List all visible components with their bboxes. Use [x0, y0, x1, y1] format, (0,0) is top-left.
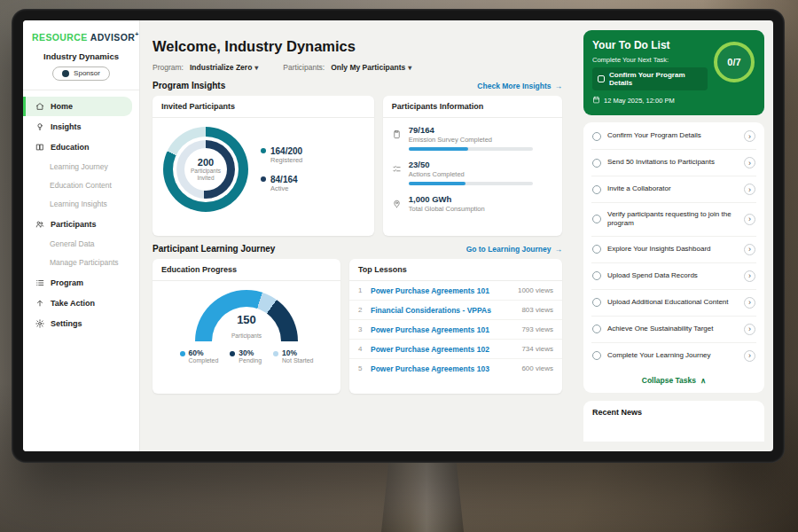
participants-filter-dropdown[interactable]: Only My Participants ▾: [331, 63, 411, 72]
sidebar-item-settings[interactable]: Settings: [23, 314, 132, 333]
todo-progress-value: 0/7: [727, 57, 740, 67]
sidebar-item-program[interactable]: Program: [23, 273, 132, 293]
sidebar-item-label: Home: [51, 102, 73, 111]
sidebar-item-take-action[interactable]: Take Action: [23, 293, 132, 313]
legend-pending: 30% Pending: [230, 349, 262, 364]
page-title: Welcome, Industry Dynamics: [153, 38, 562, 55]
task-row[interactable]: Send 50 Invitations to Participants ›: [591, 150, 756, 176]
lesson-row: 3 Power Purchase Agreements 101 793 view…: [349, 320, 562, 340]
sidebar-item-education-content[interactable]: Education Content: [23, 176, 139, 195]
gear-icon: [35, 319, 44, 328]
light-dot-icon: [273, 351, 278, 356]
sidebar-item-learning-insights[interactable]: Learning Insights: [23, 195, 139, 214]
task-row[interactable]: Achieve One Sustainability Target ›: [591, 317, 756, 343]
task-checkbox[interactable]: [592, 325, 601, 333]
card-title: Invited Participants: [153, 96, 374, 118]
checklist-icon: [392, 161, 402, 171]
task-row[interactable]: Confirm Your Program Details ›: [591, 123, 756, 150]
sidebar-item-insights[interactable]: Insights: [23, 117, 132, 137]
lesson-row: 1 Power Purchase Agreements 101 1000 vie…: [349, 281, 562, 301]
todo-summary-card: Your To Do List Complete Your Next Task:…: [583, 30, 764, 115]
go-to-learning-journey-link[interactable]: Go to Learning Journey →: [466, 245, 562, 254]
chevron-right-icon[interactable]: ›: [744, 350, 755, 362]
legend-value: 60%: [189, 349, 219, 357]
task-row[interactable]: Upload Spend Data Records ›: [591, 263, 756, 290]
task-checkbox[interactable]: [592, 298, 601, 307]
task-checkbox[interactable]: [592, 132, 601, 141]
legend-label: Completed: [189, 357, 219, 364]
task-row[interactable]: Explore Your Insights Dashboard ›: [591, 237, 756, 263]
lesson-link[interactable]: Power Purchase Agreements 103: [371, 364, 514, 373]
task-checkbox[interactable]: [592, 271, 601, 280]
legend-completed: 60% Completed: [180, 349, 219, 364]
sidebar-item-manage-participants[interactable]: Manage Participants: [23, 254, 139, 272]
task-checkbox[interactable]: [592, 159, 601, 168]
lesson-views: 734 views: [521, 345, 553, 353]
lesson-link[interactable]: Power Purchase Agreements 101: [371, 325, 514, 334]
collapse-tasks-link[interactable]: Collapse Tasks ∧: [591, 369, 756, 392]
sidebar-item-learning-journey[interactable]: Learning Journey: [23, 158, 139, 176]
sponsor-badge[interactable]: Sponsor: [52, 66, 110, 81]
link-label: Go to Learning Journey: [466, 245, 552, 254]
chevron-right-icon[interactable]: ›: [744, 214, 755, 225]
chevron-right-icon[interactable]: ›: [744, 184, 755, 195]
learning-journey-header: Participant Learning Journey Go to Learn…: [153, 244, 562, 254]
info-label: Total Global Consumption: [409, 205, 485, 213]
task-row[interactable]: Verify participants requesting to join t…: [591, 203, 756, 237]
education-progress-card: Education Progress 150 Participants: [153, 259, 340, 394]
due-date-label: 12 May 2025, 12:00 PM: [604, 97, 675, 105]
todo-panel: Your To Do List Complete Your Next Task:…: [575, 20, 773, 451]
collapse-up-icon: ∧: [700, 376, 706, 385]
chevron-right-icon[interactable]: ›: [744, 270, 755, 282]
lesson-row: 5 Power Purchase Agreements 103 600 view…: [349, 359, 562, 378]
legend-active: 84/164 Active: [261, 175, 302, 192]
checkbox-icon[interactable]: [598, 75, 605, 82]
donut-legend: 164/200 Registered 84/164 Active: [261, 146, 302, 192]
lesson-rank: 1: [358, 286, 364, 294]
task-row[interactable]: Upload Additional Educational Content ›: [591, 290, 756, 317]
card-title: Education Progress: [153, 259, 340, 281]
sidebar-item-label: Program: [51, 278, 83, 287]
task-row[interactable]: Invite a Collaborator ›: [591, 176, 756, 203]
lesson-rank: 2: [358, 306, 364, 314]
task-checkbox[interactable]: [592, 215, 601, 223]
next-task-row[interactable]: Confirm Your Program Details: [592, 67, 708, 90]
arrow-right-icon: →: [555, 82, 563, 90]
task-row[interactable]: Complete Your Learning Journey ›: [591, 343, 756, 369]
logo-primary: RESOURCE: [32, 32, 88, 43]
org-name: Industry Dynamics: [23, 51, 139, 61]
todo-task-list: Confirm Your Program Details › Send 50 I…: [583, 122, 764, 393]
lesson-link[interactable]: Power Purchase Agreements 102: [371, 345, 514, 354]
education-gauge: 150 Participants: [195, 290, 298, 341]
location-pin-icon: [392, 196, 402, 206]
sidebar-item-home[interactable]: Home: [23, 97, 132, 116]
check-more-insights-link[interactable]: Check More Insights →: [477, 82, 562, 90]
monitor-stand: [381, 461, 464, 532]
legend-label: Pending: [239, 357, 262, 364]
legend-value: 164/200: [270, 146, 302, 156]
arrow-right-icon: →: [555, 245, 563, 254]
chevron-right-icon[interactable]: ›: [744, 244, 755, 255]
gauge-center-label: 150 Participants: [195, 314, 298, 341]
task-label: Complete Your Learning Journey: [607, 351, 738, 360]
gauge-legend: 60% Completed 30% Pending: [153, 349, 340, 364]
task-checkbox[interactable]: [592, 185, 601, 194]
chevron-right-icon[interactable]: ›: [744, 130, 755, 142]
chevron-right-icon[interactable]: ›: [744, 297, 755, 309]
sidebar-item-general-data[interactable]: General Data: [23, 235, 139, 254]
program-filter-dropdown[interactable]: Industrialize Zero ▾: [190, 63, 258, 72]
lesson-link[interactable]: Financial Considerations - VPPAs: [371, 306, 514, 315]
lesson-link[interactable]: Power Purchase Agreements 101: [371, 286, 511, 295]
program-insights-header: Program Insights Check More Insights →: [153, 81, 562, 90]
home-icon: [35, 102, 44, 111]
task-checkbox[interactable]: [592, 245, 601, 254]
legend-label: Registered: [270, 156, 302, 164]
sidebar-item-participants[interactable]: Participants: [23, 215, 132, 234]
invited-participants-card: Invited Participants 200 Participants In…: [153, 96, 374, 236]
progress-bar: [409, 182, 533, 185]
sidebar-item-education[interactable]: Education: [23, 137, 132, 157]
chevron-right-icon[interactable]: ›: [744, 157, 755, 168]
chevron-right-icon[interactable]: ›: [744, 324, 755, 335]
task-checkbox[interactable]: [592, 351, 601, 360]
sponsor-icon: [62, 70, 69, 77]
